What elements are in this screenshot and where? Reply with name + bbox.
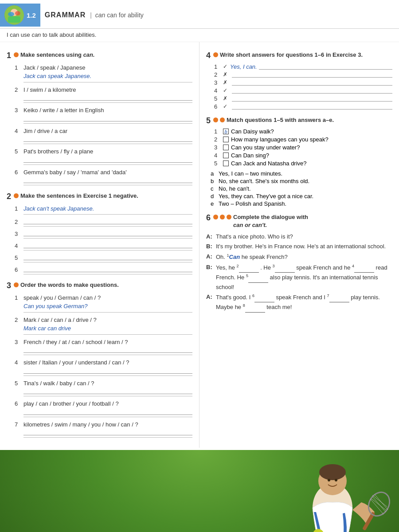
unit-number: 1.2 [27,12,36,19]
list-item: 6 [15,266,192,277]
section3-dot [14,282,19,287]
list-item: 5 Tina's / walk / baby / can / ? [15,379,192,399]
match-box-4 [223,153,229,158]
svg-rect-4 [8,16,20,23]
list-item: A: Oh. 1Can he speak French? [206,252,392,262]
section6-title: Complete the dialogue with can or can't. [233,213,308,229]
svg-point-7 [319,464,346,480]
section1-title: Make sentences using can. [20,51,95,59]
list-item: 6 Gemma's baby / say / 'mama' and 'dada' [15,168,192,188]
list-item: 7 kilometres / swim / many / you / how /… [15,420,192,440]
section6-dot3 [227,215,231,219]
section5-dot2 [220,117,225,122]
list-item: 5 [15,254,192,265]
right-column: 4 Write short answers for questions 1–6 … [200,42,399,448]
list-item: a Yes, I can – two minutes. [211,170,392,177]
list-item: 3 Keiko / write / a letter in English [15,106,192,126]
list-item: 2 I / swim / a kilometre [15,86,192,106]
match-box-1: b [223,129,229,134]
list-item: 3 [15,230,192,241]
list-item: 4 Jim / drive / a car [15,127,192,147]
section2-title: Make the sentences in Exercise 1 negativ… [20,192,138,200]
list-item: 2 Mark / car / can / a / drive / ? Mark … [15,316,192,337]
list-item: 5 Pat's brothers / fly / a plane [15,147,192,167]
list-item: B: It's my brother. He's in France now. … [206,242,392,251]
list-item: 2 [15,218,192,229]
section4-header: 4 Write short answers for questions 1–6 … [206,51,392,61]
list-item: d Yes, they can. They've got a nice car. [211,193,392,200]
mark-car-answer: Mark car can drive [23,324,192,333]
list-item: e Two – Polish and Spanish. [211,200,392,207]
section4-list: 1 ✓ Yes, I can. 2 ✗ 3 ✗ 4 ✓ 5 [214,63,392,110]
match-box-2 [223,137,229,142]
section3-title: Order the words to make questions. [20,281,119,289]
section5-dot1 [213,117,218,122]
svg-point-2 [8,12,14,16]
list-item: 4 Can Dan sing? [214,152,392,159]
avatar [4,5,24,25]
section2-list: 1 Jack can't speak Japanese. 2 3 [15,204,192,277]
list-item: 3 ✗ [214,79,392,86]
list-item: 6 play / can / brother / your / football… [15,399,192,419]
list-item: 1 speak / you / German / can / ? Can you… [15,293,192,315]
section5-title: Match questions 1–5 with answers a–e. [227,116,334,124]
section4-dot [213,52,218,57]
list-item: 2 ✗ [214,71,392,78]
section3-header: 3 Order the words to make questions. [7,281,192,291]
match-box-5 [223,160,229,166]
match-box-3 [223,145,229,150]
section4-title: Write short answers for questions 1–6 in… [220,51,363,59]
list-item: A: That's good. I 6 speak French and I 7… [206,293,392,312]
subheading: I can use can to talk about abilities. [0,29,399,42]
svg-point-3 [15,11,20,16]
section3-list: 1 speak / you / German / can / ? Can you… [15,293,192,440]
list-item: B: Yes, he 2 . He 3 speak French and he … [206,263,392,292]
list-item: 3 Can you stay under water? [214,144,392,151]
section6-header: 6 Complete the dialogue with can or can'… [206,213,392,229]
section1-header: 1 Make sentences using can. [7,51,192,61]
list-item: 4 [15,242,192,253]
header-subtitle: can can for ability [95,12,144,19]
list-item: 1 Jack / speak / Japanese Jack can speak… [15,63,192,85]
section5-header: 5 Match questions 1–5 with answers a–e. [206,116,392,126]
page-header: 1.2 GRAMMAR | can can for ability [0,0,399,29]
section6-dialogue: A: That's a nice photo. Who is it? B: It… [206,232,392,313]
list-item: 1 Jack can't speak Japanese. [15,204,192,217]
list-item: 6 ✓ [214,103,392,110]
bottom-image-section: 8 Unit 1 [0,450,399,532]
list-item: A: That's a nice photo. Who is it? [206,232,392,242]
section1-list: 1 Jack / speak / Japanese Jack can speak… [15,63,192,188]
left-column: 1 Make sentences using can. 1 Jack / spe… [0,42,200,448]
section1-dot [14,52,19,57]
list-item: 1 b Can Daisy walk? [214,128,392,135]
section-label: GRAMMAR [45,11,86,19]
main-content: 1 Make sentences using can. 1 Jack / spe… [0,42,399,448]
list-item: c No, he can't. [211,185,392,192]
svg-point-15 [328,479,330,481]
section5-answers: a Yes, I can – two minutes. b No, she ca… [211,170,392,207]
section2-header: 2 Make the sentences in Exercise 1 negat… [7,192,192,202]
list-item: 1 ✓ Yes, I can. [214,63,392,70]
section6-dot2 [220,215,225,219]
list-item: 5 Can Jack and Natasha drive? [214,160,392,167]
section2-dot [14,193,19,198]
list-item: 4 sister / Italian / your / understand /… [15,358,192,378]
section5-questions: 1 b Can Daisy walk? 2 How many languages… [214,128,392,167]
list-item: 4 ✓ [214,87,392,94]
list-item: 5 ✗ [214,95,392,102]
list-item: b No, she can't. She's six months old. [211,178,392,184]
list-item: 3 French / they / at / can / school / le… [15,338,192,358]
list-item: 2 How many languages can you speak? [214,136,392,143]
svg-point-16 [335,479,337,481]
section6-dot1 [213,215,218,219]
tennis-player-image [248,454,390,532]
unit-badge: 1.2 [0,4,40,27]
